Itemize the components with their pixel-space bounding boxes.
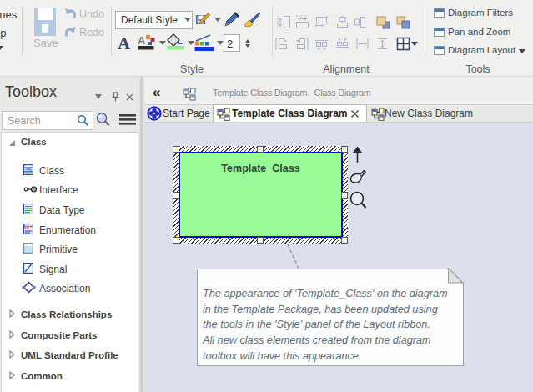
svg-text:E: E xyxy=(25,224,28,229)
svg-text:A: A xyxy=(138,35,146,47)
